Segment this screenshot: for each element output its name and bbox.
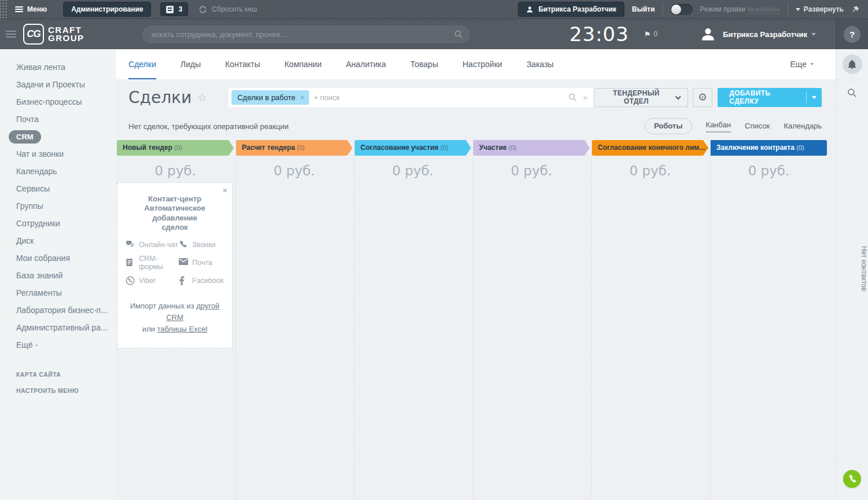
sidebar-item[interactable]: CRM <box>0 128 116 145</box>
channel-item[interactable]: CRM-формы <box>126 255 179 271</box>
sidebar-item[interactable]: Календарь <box>0 163 116 180</box>
channel-item[interactable]: Звонки <box>179 240 224 249</box>
import-excel-link[interactable]: таблицы Excel <box>157 325 207 333</box>
search-icon[interactable] <box>568 93 577 102</box>
crm-tab[interactable]: Контакты <box>225 49 260 79</box>
crm-tab[interactable]: Аналитика <box>346 49 386 79</box>
filter-tag[interactable]: Сделки в работе × <box>231 90 309 105</box>
sidebar-item[interactable]: Группы <box>0 197 116 215</box>
clear-filter-icon[interactable]: × <box>583 93 588 102</box>
notifications-badge[interactable]: 3 <box>160 2 188 16</box>
sidebar-item[interactable]: Ещё - <box>0 336 116 354</box>
crm-tab[interactable]: Сделки <box>128 49 156 79</box>
crm-tab-label: Лиды <box>181 60 201 69</box>
sidebar-item[interactable]: Живая лента <box>0 58 116 76</box>
kanban-column-header[interactable]: Новый тендер (0) <box>117 140 234 156</box>
sidebar-item[interactable]: Чат и звонки <box>0 145 116 163</box>
book-icon <box>166 6 174 13</box>
kanban-column: Согласование конечного лим... (0) 0 руб. <box>591 140 708 500</box>
kanban-column-header[interactable]: Согласование конечного лим... (0) <box>592 140 708 156</box>
search-icon <box>847 88 857 98</box>
global-search-input[interactable] <box>142 25 470 43</box>
view-switcher[interactable]: Канбан <box>706 120 731 133</box>
sidebar-item[interactable]: Почта <box>0 111 116 128</box>
sidebar-item[interactable]: Бизнес-процессы <box>0 93 116 111</box>
help-button[interactable]: ? <box>844 26 860 43</box>
sidebar-item[interactable]: Регламенты <box>0 284 116 302</box>
reset-cache-button[interactable]: Сбросить кеш <box>198 5 257 14</box>
kanban-column-count: (0) <box>440 144 448 151</box>
facebook-icon <box>179 276 189 285</box>
channel-item[interactable]: Facebook <box>179 276 224 285</box>
rail-search-button[interactable] <box>836 80 868 106</box>
filter-tag-remove-icon[interactable]: × <box>300 93 305 102</box>
channel-item[interactable]: Viber <box>126 276 179 285</box>
edit-mode-toggle[interactable] <box>671 4 693 15</box>
view-switcher[interactable]: Роботы <box>645 118 692 134</box>
crm-tab[interactable]: Компании <box>284 49 321 79</box>
sidebar: Живая лента Задачи и Проекты Бизнес-проц… <box>0 49 116 500</box>
chevron-down-icon <box>811 33 816 36</box>
kanban-column-amount: 0 руб. <box>117 163 234 178</box>
user-menu[interactable]: Битрикса Разработчик <box>723 30 816 39</box>
settings-button[interactable]: ⚙ <box>693 88 713 107</box>
kanban-column-header[interactable]: Согласование участия (0) <box>355 140 471 156</box>
sidebar-item[interactable]: База знаний <box>0 267 116 284</box>
tabs-more-button[interactable]: Еще <box>790 49 814 79</box>
sidebar-item-label: База знаний <box>16 271 62 280</box>
gear-icon: ⚙ <box>698 92 707 102</box>
kanban-column-amount: 0 руб. <box>592 163 708 178</box>
admin-user-label: Битрикса Разработчик <box>538 5 616 13</box>
sidebar-item-label: Ещё - <box>16 340 38 350</box>
crm-tab[interactable]: Лиды <box>181 49 201 79</box>
search-icon <box>454 30 463 39</box>
favorite-star-icon[interactable]: ☆ <box>197 91 207 104</box>
add-deal-dropdown[interactable] <box>807 88 822 107</box>
sidebar-item[interactable]: Сотрудники <box>0 215 116 232</box>
crm-tab[interactable]: Товары <box>410 49 438 79</box>
sidebar-item[interactable]: Лаборатория бизнес-п... <box>0 302 116 319</box>
kanban-column-header[interactable]: Заключение контракта (0) <box>711 140 827 156</box>
flag-counter[interactable]: ⚑ 0 <box>644 30 657 39</box>
kanban-column-amount: 0 руб. <box>711 163 827 178</box>
sidebar-item[interactable]: Диск <box>0 232 116 249</box>
crm-tab-label: Настройки <box>462 60 502 69</box>
logout-button[interactable]: Выйти <box>632 5 655 13</box>
channel-item[interactable]: Почта <box>179 255 224 271</box>
sidebar-toggle-icon[interactable] <box>6 29 16 39</box>
close-icon[interactable]: × <box>222 185 227 195</box>
crm-tab[interactable]: Настройки <box>462 49 502 79</box>
sidebar-item[interactable]: Задачи и Проекты <box>0 76 116 93</box>
crm-tab[interactable]: Заказы <box>527 49 554 79</box>
admin-user-button[interactable]: Битрикса Разработчик <box>518 2 624 17</box>
viber-icon <box>126 276 135 285</box>
sidebar-item[interactable]: Административный ра... <box>0 319 116 336</box>
administration-button[interactable]: Администрирование <box>63 2 151 17</box>
sidebar-item[interactable]: Мои собрания <box>0 249 116 267</box>
sidebar-item[interactable]: Сервисы <box>0 180 116 197</box>
kanban-column-header[interactable]: Расчет тендера (0) <box>236 140 352 156</box>
admin-menu-button[interactable]: Меню <box>15 5 47 13</box>
telephony-button[interactable] <box>843 470 861 488</box>
contact-center-widget: × Контакт-центр Автоматическое добавлени… <box>117 182 233 348</box>
expand-button[interactable]: Развернуть <box>796 5 844 13</box>
form-icon <box>126 258 135 267</box>
drag-handle-icon[interactable] <box>0 0 8 19</box>
edit-mode-state[interactable]: выключен <box>748 5 780 14</box>
notifications-button[interactable] <box>843 54 862 74</box>
sidebar-footer-link[interactable]: КАРТА САЙТА <box>0 366 116 383</box>
view-switcher[interactable]: Список <box>745 122 770 131</box>
channel-item[interactable]: Онлайн-чат <box>126 240 179 249</box>
filter-search-box[interactable]: Сделки в работе × × <box>229 88 594 107</box>
avatar[interactable] <box>700 27 716 42</box>
sidebar-footer-link[interactable]: НАСТРОИТЬ МЕНЮ <box>0 383 116 399</box>
add-deal-button[interactable]: ДОБАВИТЬ СДЕЛКУ <box>718 88 822 107</box>
kanban-column-title: Заключение контракта <box>716 144 795 152</box>
filter-search-input[interactable] <box>309 93 568 102</box>
kanban-column-header[interactable]: Участие (0) <box>473 140 590 156</box>
pin-icon[interactable] <box>851 5 860 14</box>
department-dropdown[interactable]: ТЕНДЕРНЫЙ ОТДЕЛ <box>594 88 688 107</box>
view-switcher[interactable]: Календарь <box>784 122 822 131</box>
company-logo[interactable]: CG CRAFT GROUP <box>23 24 84 45</box>
admin-menu-label: Меню <box>27 5 47 13</box>
